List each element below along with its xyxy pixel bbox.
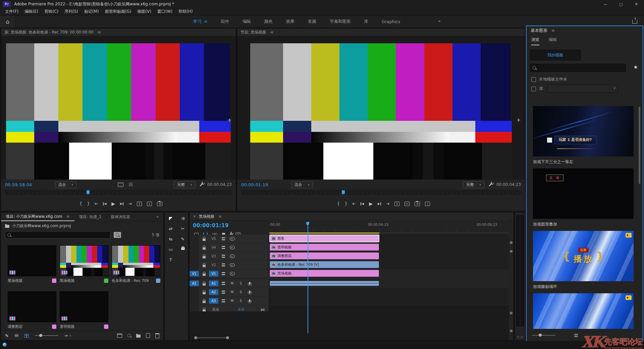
track-lane[interactable]: fx调整图层 — [269, 252, 509, 260]
timeline-vertical-scrollbar[interactable] — [509, 235, 513, 334]
project-file-name[interactable]: 小刀娱乐网www.x6g.com.prproj — [12, 223, 71, 229]
program-timecode[interactable]: 00:00:01:19 — [241, 182, 268, 187]
play-button[interactable]: ▶ — [369, 201, 373, 206]
clip-name[interactable]: 黑场视频 — [60, 278, 74, 283]
zoom-handle-left[interactable] — [194, 336, 197, 339]
menu-file[interactable]: 文件(F) — [2, 9, 21, 14]
export-frame-button[interactable] — [415, 202, 420, 206]
track-lane[interactable] — [269, 288, 509, 296]
template-item[interactable]: { 联赛 播放 } 游戏徽标循环 — [533, 231, 634, 290]
program-scrubber[interactable] — [240, 190, 522, 195]
timeline-playhead-line[interactable] — [308, 226, 308, 333]
mark-in-button[interactable]: { — [337, 201, 340, 206]
solo-button[interactable]: S — [240, 299, 242, 303]
go-to-out-button[interactable]: ⇥ — [386, 201, 389, 206]
track-lane[interactable] — [269, 279, 509, 288]
track-visibility-icon[interactable] — [230, 263, 235, 267]
lock-icon[interactable] — [203, 292, 206, 294]
template-search-box[interactable] — [530, 64, 626, 72]
timeline-clip-transparent-video[interactable]: fx透明视频 — [270, 244, 379, 251]
folder-up-icon[interactable] — [5, 225, 9, 228]
program-button-editor[interactable]: + — [517, 117, 521, 123]
tab-edit[interactable]: 编辑 — [549, 37, 557, 45]
sync-lock-icon[interactable] — [222, 237, 225, 241]
timeline-clip-graphic[interactable]: fx图形 — [270, 235, 379, 242]
workspace-tab-color[interactable]: 颜色 — [258, 19, 279, 24]
voiceover-record-icon[interactable] — [249, 299, 251, 302]
comparison-view-button[interactable]: ❘ — [425, 202, 430, 206]
lock-icon[interactable] — [203, 247, 206, 250]
search-in-bin-icon[interactable] — [114, 232, 121, 238]
maximize-button[interactable]: ▢ — [613, 0, 629, 8]
clear-trash-icon[interactable] — [155, 333, 159, 338]
label-color-chip[interactable] — [104, 279, 108, 283]
label-color-chip[interactable] — [52, 279, 56, 283]
solo-button[interactable]: S — [240, 290, 242, 294]
lock-icon[interactable] — [203, 239, 206, 241]
library-checkbox[interactable] — [531, 87, 536, 91]
label-color-chip[interactable] — [104, 325, 108, 329]
timeline-clip-adjustment-layer[interactable]: fx调整图层 — [270, 252, 379, 259]
sync-lock-icon[interactable] — [222, 255, 225, 258]
clip-thumbnail-black-video[interactable] — [8, 245, 56, 276]
program-monitor-header[interactable]: 节目: 黑场视频 ≡ — [237, 29, 525, 36]
timeline-timecode[interactable]: 00:00:01:19 — [193, 222, 229, 229]
workspace-tab-assembly[interactable]: 组件 — [214, 19, 236, 24]
track-visibility-icon[interactable] — [230, 254, 235, 258]
step-forward-button[interactable]: ▶ — [120, 202, 123, 205]
project-tab-main[interactable]: 项目: 小刀娱乐网www.x6g.com≡ — [1, 212, 74, 221]
source-timecode[interactable]: 00:59:58:04 — [5, 182, 32, 187]
lock-icon[interactable] — [203, 283, 206, 286]
find-icon[interactable] — [127, 334, 131, 337]
workspace-overflow-icon[interactable]: » — [438, 18, 441, 23]
track-target-v1[interactable]: V1 — [209, 271, 218, 277]
media-browser-tab[interactable]: 媒体浏览器 — [106, 212, 135, 221]
sync-lock-icon[interactable] — [222, 263, 225, 267]
favorites-star-icon[interactable]: ★ — [634, 64, 638, 70]
solo-button[interactable]: S — [240, 282, 242, 285]
track-visibility-icon[interactable] — [230, 272, 235, 276]
sync-lock-icon[interactable] — [222, 291, 225, 294]
drag-video-icon[interactable] — [118, 183, 123, 187]
workspace-tab-editing[interactable]: 编辑 — [236, 19, 258, 24]
go-to-in-button[interactable]: ⇤ — [95, 201, 98, 206]
ripple-edit-tool[interactable]: ⇄ — [169, 226, 173, 231]
play-button[interactable]: ▶ — [111, 201, 115, 206]
sequence-thumbnail-bars[interactable] — [60, 245, 108, 276]
template-item[interactable]: 玩家 1 是否准备好? 游戏下方三分之一靠左 — [533, 106, 634, 165]
workspace-tab-learning[interactable]: 学习≡ — [186, 19, 214, 24]
essential-graphics-header[interactable]: 基本图形 ≡ — [527, 26, 643, 35]
sort-icons-button[interactable]: ≔∨ — [64, 333, 71, 338]
menu-help[interactable]: 帮助(H) — [175, 9, 196, 14]
sync-lock-icon[interactable] — [222, 272, 225, 276]
project-item[interactable]: 黑场视频 — [8, 245, 56, 283]
lock-icon[interactable] — [203, 301, 206, 303]
drag-audio-icon[interactable] — [129, 183, 133, 186]
track-name[interactable]: V5 — [211, 237, 216, 241]
program-playback-resolution-select[interactable]: 完整∨ — [463, 181, 485, 188]
workspace-tab-audio[interactable]: 音频 — [301, 19, 323, 24]
slip-tool[interactable]: ⇆ — [169, 237, 173, 242]
mute-button[interactable]: M — [231, 299, 234, 303]
program-zoom-select[interactable]: 适合∨ — [291, 181, 313, 188]
go-to-out-button[interactable]: ⇥ — [128, 201, 132, 206]
template-thumbnail-lower-third[interactable]: 玩家 1 是否准备好? — [533, 106, 634, 156]
template-thumbnail-overlay[interactable]: 直 播 — [533, 168, 634, 219]
lock-icon[interactable] — [203, 265, 206, 267]
list-options-icon[interactable] — [574, 334, 578, 337]
source-settings-wrench-icon[interactable] — [200, 183, 203, 186]
hand-tool[interactable] — [181, 247, 185, 250]
razor-tool[interactable]: ✂ — [181, 226, 185, 231]
type-tool[interactable]: T — [169, 257, 172, 262]
local-templates-checkbox[interactable] — [531, 77, 536, 82]
project-search-input[interactable] — [13, 233, 108, 238]
label-color-chip[interactable] — [156, 279, 160, 283]
track-lane[interactable]: fx色条和色调 - Rec 709 [V] — [269, 261, 509, 269]
home-icon[interactable]: ⌂ — [0, 15, 16, 28]
go-to-in-button[interactable]: ⇤ — [352, 201, 356, 206]
extract-button[interactable]: ↤ — [405, 202, 410, 206]
menu-view[interactable]: 视图(V) — [134, 9, 154, 14]
project-writable-icon[interactable]: ✎ — [5, 333, 9, 338]
close-button[interactable]: ✕ — [629, 0, 644, 8]
track-visibility-icon[interactable] — [230, 237, 235, 241]
